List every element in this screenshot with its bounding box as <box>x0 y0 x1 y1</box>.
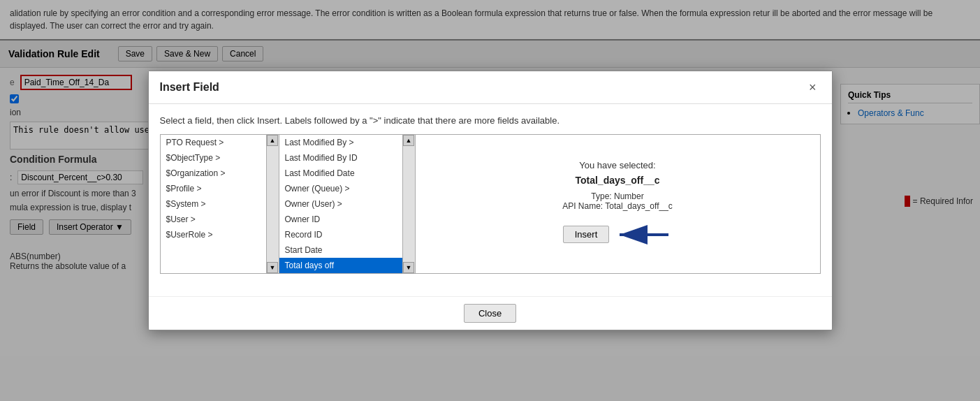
list-item[interactable]: Owner (User) > <box>279 196 415 212</box>
insert-button-container: Insert <box>563 221 673 249</box>
field-type-label: Type: Number <box>591 191 643 201</box>
list-item[interactable]: Owner (Queue) > <box>279 181 415 196</box>
scroll-down-icon[interactable]: ▼ <box>403 262 414 273</box>
middle-panel: Last Modified By > Last Modified By ID L… <box>279 135 416 273</box>
modal-instruction: Select a field, then click Insert. Label… <box>160 115 821 126</box>
field-api-label: API Name: Total_days_off__c <box>562 201 673 211</box>
background-page: alidation rule by specifying an error co… <box>0 0 980 401</box>
middle-scrollbar: ▲ ▼ <box>402 135 415 273</box>
modal-footer: Close <box>149 296 832 330</box>
left-scrollbar: ▲ ▼ <box>266 135 279 273</box>
list-item[interactable]: Start Date <box>279 242 415 258</box>
list-item[interactable]: $Profile > <box>161 181 279 196</box>
close-modal-button[interactable]: Close <box>464 304 516 323</box>
list-item[interactable]: Last Modified By ID <box>279 150 415 166</box>
list-item[interactable]: Last Modified By > <box>279 135 415 150</box>
list-item[interactable]: $ObjectType > <box>161 150 279 166</box>
selected-field-name: Total_days_off__c <box>575 175 659 186</box>
insert-button[interactable]: Insert <box>563 226 610 243</box>
modal-header: Insert Field × <box>149 71 832 104</box>
list-item[interactable]: $Organization > <box>161 166 279 181</box>
list-item[interactable]: Record ID <box>279 227 415 242</box>
list-item[interactable]: $System > <box>161 196 279 212</box>
left-panel: PTO Request > $ObjectType > $Organizatio… <box>161 135 279 273</box>
total-days-off-item[interactable]: Total days off <box>279 258 415 273</box>
list-item[interactable]: Owner ID <box>279 212 415 227</box>
scroll-down-icon[interactable]: ▼ <box>267 262 278 273</box>
list-item[interactable]: $UserRole > <box>161 227 279 242</box>
info-panel: You have selected: Total_days_off__c Typ… <box>416 135 820 273</box>
list-item[interactable]: Last Modified Date <box>279 166 415 181</box>
blue-arrow-icon <box>616 221 672 249</box>
field-panels: PTO Request > $ObjectType > $Organizatio… <box>160 134 821 274</box>
list-item[interactable]: $User > <box>161 212 279 227</box>
list-item[interactable]: PTO Request > <box>161 135 279 150</box>
scroll-up-icon[interactable]: ▲ <box>267 135 278 146</box>
modal-close-button[interactable]: × <box>805 80 821 95</box>
modal-overlay: Insert Field × Select a field, then clic… <box>0 0 980 401</box>
scroll-up-icon[interactable]: ▲ <box>403 135 414 146</box>
modal-body: Select a field, then click Insert. Label… <box>149 104 832 293</box>
modal-title: Insert Field <box>160 81 219 94</box>
you-selected-label: You have selected: <box>579 160 655 170</box>
insert-field-modal: Insert Field × Select a field, then clic… <box>148 71 833 330</box>
